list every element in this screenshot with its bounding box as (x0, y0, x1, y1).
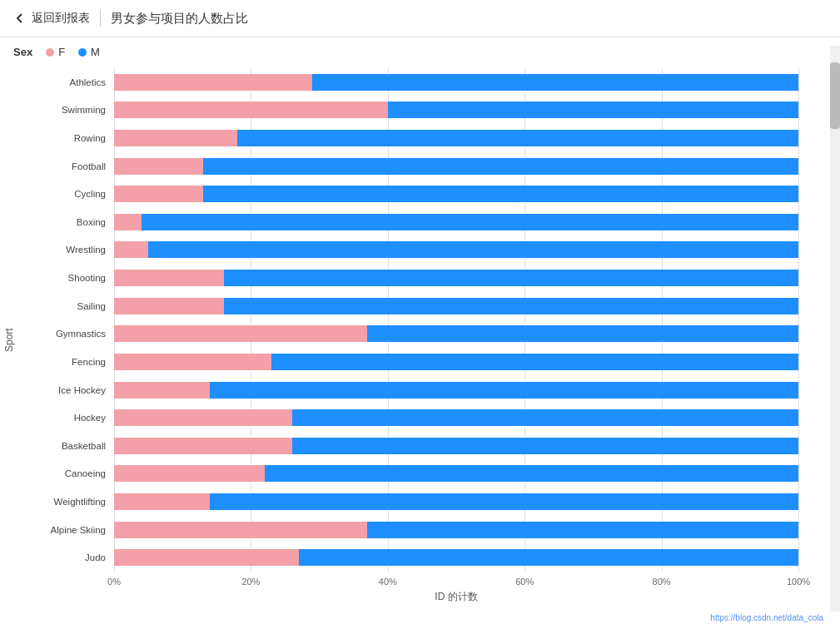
bar-row: Shooting (18, 267, 798, 289)
bar-row: Alpine Skiing (18, 519, 798, 541)
bar-f (114, 74, 312, 91)
sport-label: Alpine Skiing (18, 525, 114, 535)
bar-f (114, 241, 148, 258)
bar-f (114, 214, 142, 230)
sport-label: Fencing (18, 357, 114, 367)
sport-label: Wrestling (18, 245, 114, 255)
bar-m (292, 438, 798, 454)
sport-label: Football (18, 161, 114, 171)
bar-track (114, 74, 798, 91)
x-tick: 80% (653, 577, 671, 587)
bar-row: Rowing (18, 127, 798, 149)
watermark: https://blog.csdn.net/data_cola (710, 613, 823, 622)
bar-m (367, 325, 798, 342)
sport-label: Swimming (18, 105, 114, 115)
sport-label: Ice Hockey (18, 385, 114, 395)
x-tick: 100% (787, 577, 810, 587)
bar-track (114, 298, 798, 314)
bar-m (292, 409, 798, 426)
sport-label: Rowing (18, 133, 114, 143)
bar-row: Judo (18, 547, 798, 568)
sport-label: Boxing (18, 217, 114, 227)
x-tick: 20% (241, 577, 260, 587)
bar-m (210, 382, 798, 399)
bar-m (237, 130, 798, 146)
bar-row: Swimming (18, 99, 798, 121)
sport-label: Weightlifting (18, 497, 114, 507)
back-arrow-icon (13, 12, 27, 25)
bar-row: Sailing (18, 295, 798, 317)
bar-f (114, 354, 271, 370)
bar-row: Cycling (18, 183, 798, 205)
sport-label: Sailing (18, 301, 114, 311)
bar-m (224, 270, 798, 286)
bar-track (114, 549, 798, 566)
bar-row: Boxing (18, 211, 798, 233)
bar-track (114, 158, 798, 175)
sport-label: Gymnastics (18, 329, 114, 339)
bar-track (114, 354, 798, 370)
x-axis: 0%20%40%60%80%100% (114, 572, 798, 587)
bar-f (114, 298, 224, 314)
bar-f (114, 549, 299, 566)
bar-row: Football (18, 156, 798, 177)
bar-f (114, 493, 210, 510)
bar-m (265, 465, 798, 482)
bar-f (114, 130, 237, 146)
bar-track (114, 522, 798, 538)
bar-f (114, 438, 292, 454)
f-label: F (58, 46, 65, 58)
bar-row: Canoeing (18, 463, 798, 484)
legend-m: M (78, 46, 100, 58)
m-label: M (91, 46, 100, 58)
bar-track (114, 214, 798, 230)
legend-f: F (46, 46, 65, 58)
bar-track (114, 270, 798, 286)
bar-f (114, 325, 367, 342)
bar-f (114, 186, 203, 202)
m-dot (78, 48, 87, 57)
bar-m (203, 158, 798, 175)
bar-track (114, 130, 798, 146)
bar-m (203, 186, 798, 202)
bar-m (271, 354, 798, 370)
bar-track (114, 186, 798, 202)
scrollbar[interactable] (830, 46, 840, 612)
legend: Sex F M (0, 37, 840, 62)
bar-row: Fencing (18, 351, 798, 373)
bar-track (114, 325, 798, 342)
bar-track (114, 382, 798, 399)
bar-m (224, 298, 798, 314)
bar-f (114, 158, 203, 175)
scrollbar-thumb[interactable] (830, 62, 840, 129)
back-button[interactable]: 返回到报表 (13, 11, 90, 26)
bar-f (114, 409, 292, 426)
bar-row: Wrestling (18, 239, 798, 260)
sex-legend-label: Sex (13, 46, 32, 58)
f-dot (46, 48, 54, 57)
bar-f (114, 522, 367, 538)
bar-track (114, 409, 798, 426)
legend-items: F M (46, 46, 100, 58)
bar-row: Hockey (18, 407, 798, 428)
bar-f (114, 465, 265, 482)
bar-m (388, 102, 798, 118)
bar-row: Ice Hockey (18, 379, 798, 401)
bar-m (312, 74, 798, 91)
x-tick: 60% (515, 577, 534, 587)
bar-row: Athletics (18, 72, 798, 93)
bar-m (142, 214, 798, 230)
sport-label: Cycling (18, 189, 114, 199)
header-divider (100, 10, 101, 27)
bar-row: Basketball (18, 435, 798, 457)
sport-label: Hockey (18, 413, 114, 423)
bar-m (367, 522, 798, 538)
x-axis-label: ID 的计数 (18, 587, 798, 604)
page-title: 男女参与项目的人数占比 (111, 11, 248, 27)
bar-track (114, 102, 798, 118)
bar-track (114, 493, 798, 510)
sport-label: Basketball (18, 441, 114, 451)
page-header: 返回到报表 男女参与项目的人数占比 (0, 0, 840, 37)
bar-f (114, 102, 388, 118)
sport-label: Shooting (18, 273, 114, 283)
